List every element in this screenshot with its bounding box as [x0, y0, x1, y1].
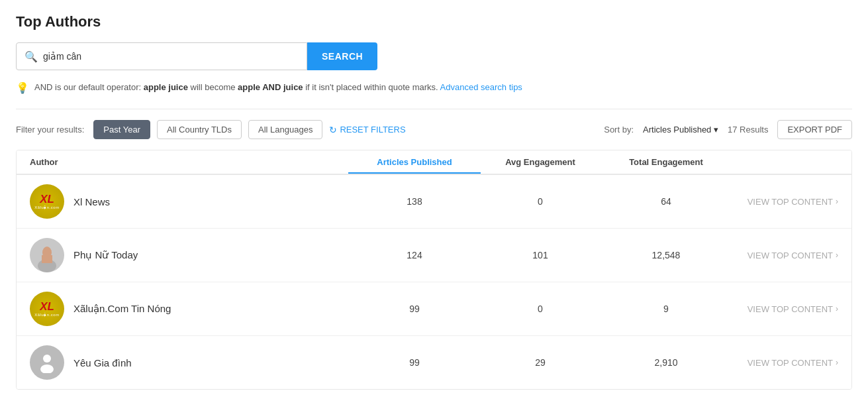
results-table: Author Articles Published Avg Engagement…	[16, 150, 852, 390]
sort-select[interactable]: Articles Published ▾	[643, 125, 718, 135]
tip-example-before: apple juice	[144, 82, 188, 92]
avatar-xl-text: XL	[40, 301, 54, 312]
tip-text: AND is our default operator: apple juice…	[34, 81, 522, 94]
reset-label: RESET FILTERS	[340, 125, 405, 135]
table-header: Author Articles Published Avg Engagement…	[17, 150, 851, 175]
avatar-xl-sub: Xãluận.com	[34, 312, 59, 317]
col-header-total-engagement[interactable]: Total Engagement	[600, 157, 732, 167]
author-name: Yêu Gia đình	[73, 357, 132, 368]
search-icon: 🔍	[24, 50, 38, 63]
table-row: XL Xãluận.com Xl News 138 0 64 VIEW TOP …	[17, 175, 851, 229]
col-header-articles[interactable]: Articles Published	[348, 157, 481, 174]
avg-engagement-value: 0	[481, 196, 600, 207]
avatar: XL Xãluận.com	[30, 184, 64, 219]
author-name: Phụ Nữ Today	[73, 249, 138, 261]
author-cell: XL Xãluận.com Xãluận.Com Tin Nóng	[30, 292, 348, 326]
chevron-right-icon: ›	[836, 197, 838, 206]
reset-icon: ↻	[329, 125, 337, 135]
author-name: Xl News	[73, 196, 110, 207]
chevron-right-icon: ›	[836, 358, 838, 367]
svg-point-4	[43, 355, 51, 363]
avatar	[30, 345, 64, 380]
filter-bar: Filter your results: Past Year All Count…	[16, 109, 852, 139]
col-header-author: Author	[30, 157, 348, 167]
search-row: 🔍 SEARCH	[16, 42, 852, 70]
avatar-xl-text: XL	[40, 194, 54, 205]
total-engagement-value: 2,910	[600, 357, 732, 368]
svg-rect-3	[42, 255, 52, 263]
avatar	[30, 238, 64, 272]
col-header-avg-engagement[interactable]: Avg Engagement	[481, 157, 600, 167]
total-engagement-value: 64	[600, 196, 732, 207]
person-icon	[36, 352, 58, 373]
tip-operator: AND is our default operator:	[34, 82, 144, 92]
avg-engagement-value: 29	[481, 357, 600, 368]
filter-languages[interactable]: All Languages	[248, 120, 322, 139]
total-engagement-value: 12,548	[600, 250, 732, 260]
filter-past-year[interactable]: Past Year	[93, 120, 150, 139]
search-button[interactable]: SEARCH	[307, 42, 377, 70]
svg-point-5	[40, 365, 54, 373]
filter-country-tlds[interactable]: All Country TLDs	[157, 120, 242, 139]
view-top-content-link[interactable]: VIEW TOP CONTENT ›	[732, 197, 838, 207]
tip-example-after: apple AND juice	[238, 82, 303, 92]
filter-left: Filter your results: Past Year All Count…	[16, 120, 406, 139]
sort-chevron-icon: ▾	[714, 125, 718, 135]
avatar-xl-sub: Xãluận.com	[34, 205, 59, 209]
author-cell: Yêu Gia đình	[30, 345, 348, 380]
search-tip: 💡 AND is our default operator: apple jui…	[16, 78, 852, 97]
articles-value: 99	[348, 357, 481, 368]
avg-engagement-value: 101	[481, 250, 600, 260]
view-label: VIEW TOP CONTENT	[747, 358, 833, 368]
author-name: Xãluận.Com Tin Nóng	[73, 303, 171, 315]
view-label: VIEW TOP CONTENT	[747, 251, 833, 260]
search-box: 🔍	[16, 42, 307, 70]
avg-engagement-value: 0	[481, 304, 600, 314]
page-title: Top Authors	[16, 13, 852, 30]
table-row: Phụ Nữ Today 124 101 12,548 VIEW TOP CON…	[17, 229, 851, 282]
view-top-content-link[interactable]: VIEW TOP CONTENT ›	[732, 251, 838, 260]
articles-value: 124	[348, 250, 481, 260]
view-label: VIEW TOP CONTENT	[747, 304, 833, 314]
filter-right: Sort by: Articles Published ▾ 17 Results…	[604, 120, 852, 139]
results-count: 17 Results	[728, 125, 768, 135]
tip-middle: will become	[191, 82, 238, 92]
sort-label: Sort by:	[604, 125, 634, 135]
page-container: Top Authors 🔍 SEARCH 💡 AND is our defaul…	[0, 0, 868, 395]
chevron-right-icon: ›	[836, 304, 838, 313]
filter-label: Filter your results:	[16, 125, 84, 135]
export-pdf-button[interactable]: EXPORT PDF	[777, 120, 852, 139]
view-top-content-link[interactable]: VIEW TOP CONTENT ›	[732, 304, 838, 314]
view-label: VIEW TOP CONTENT	[747, 197, 833, 207]
avatar: XL Xãluận.com	[30, 292, 64, 326]
table-row: Yêu Gia đình 99 29 2,910 VIEW TOP CONTEN…	[17, 336, 851, 389]
articles-value: 138	[348, 196, 481, 207]
sort-value: Articles Published	[643, 125, 711, 135]
advanced-search-tips-link[interactable]: Advanced search tips	[440, 82, 522, 92]
chevron-right-icon: ›	[836, 251, 838, 260]
search-input[interactable]	[43, 51, 299, 62]
table-row: XL Xãluận.com Xãluận.Com Tin Nóng 99 0 9…	[17, 282, 851, 336]
tip-icon: 💡	[16, 82, 29, 94]
view-top-content-link[interactable]: VIEW TOP CONTENT ›	[732, 358, 838, 368]
articles-value: 99	[348, 304, 481, 314]
reset-filters-button[interactable]: ↻ RESET FILTERS	[329, 125, 405, 135]
beach-avatar-svg	[30, 238, 64, 272]
total-engagement-value: 9	[600, 304, 732, 314]
author-cell: XL Xãluận.com Xl News	[30, 184, 348, 219]
tip-suffix: if it isn't placed within quote marks.	[305, 82, 440, 92]
author-cell: Phụ Nữ Today	[30, 238, 348, 272]
